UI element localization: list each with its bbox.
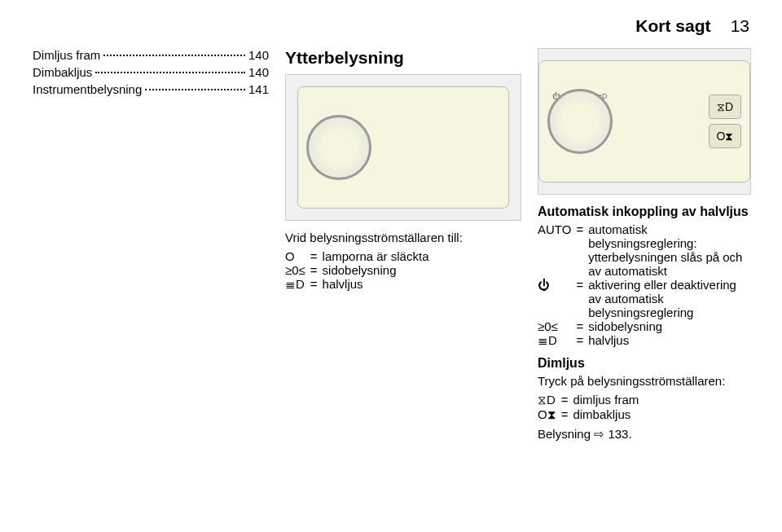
toc-page: 141 [248,82,269,96]
def-row: ≥0≤ = sidobelysning [538,319,751,333]
ref-page: 133. [608,427,631,441]
def-row: O = lamporna är släckta [285,249,428,263]
def-row: ≥0≤ = sidobelysning [285,263,428,277]
heading-auto-halvljus: Automatisk inkoppling av halvljus [538,204,751,219]
toc-dots [95,72,245,73]
def-symbol: ≥0≤ [538,319,576,333]
fog-front-button-icon: ⧖D [709,95,741,119]
equals-sign: = [576,222,588,278]
def-row: ⏻ = aktivering eller deaktivering av aut… [538,278,751,319]
def-symbol: ≥0≤ [285,263,310,277]
def-symbol: AUTO [538,222,576,278]
toc-dots [145,89,245,90]
toc-page: 140 [248,65,269,79]
equals-sign: = [576,333,588,348]
toc-label: Instrumentbelysning [33,82,142,96]
def-row: AUTO = automatisk belysningsreglering: y… [538,222,751,278]
equals-sign: = [561,393,573,407]
equals-sign: = [576,278,588,319]
def-symbol: O [285,249,310,263]
heading-dimljus: Dimljus [538,356,751,371]
illustration-light-switch-basic: O ≥0≤ ≣D [285,74,521,221]
equals-sign: = [310,277,323,292]
definition-list-dim: ⧖D = dimljus fram O⧗ = dimbakljus [538,393,639,422]
def-symbol: O⧗ [538,407,561,422]
equals-sign: = [310,249,323,263]
def-symbol: ⏻ [538,278,576,319]
definition-list: O = lamporna är släckta ≥0≤ = sidobelysn… [285,249,428,292]
page-number: 13 [731,16,749,35]
definition-list-auto: AUTO = automatisk belysningsreglering: y… [538,222,751,348]
section-title: Kort sagt [635,16,710,35]
column-auto-dimljus: ⏻ AUTO ≥0≤ ≣D ⧖D O⧗ Automatisk inkopplin… [538,48,751,442]
def-row: O⧗ = dimbakljus [538,407,639,422]
def-text: halvljus [588,333,751,348]
def-text: halvljus [323,277,429,292]
def-text: sidobelysning [323,263,429,277]
ref-label: Belysning [538,427,591,441]
def-row: ≣D = halvljus [538,333,751,348]
def-row: ≣D = halvljus [285,277,428,292]
illustration-light-switch-auto: ⏻ AUTO ≥0≤ ≣D ⧖D O⧗ [538,48,751,195]
def-text: lamporna är släckta [323,249,429,263]
equals-sign: = [561,407,573,422]
def-symbol: ⧖D [538,393,561,407]
def-row: ⧖D = dimljus fram [538,393,639,407]
equals-sign: = [310,263,323,277]
dial-icon [547,89,613,154]
dial-icon [306,115,371,180]
page-header: Kort sagt 13 [33,16,749,36]
cross-reference: Belysning ⇨ 133. [538,427,751,442]
fog-rear-button-icon: O⧗ [709,124,741,148]
column-ytterbelysning: Ytterbelysning O ≥0≤ ≣D Vrid belysningss… [285,48,521,442]
equals-sign: = [576,319,588,333]
arrow-icon: ⇨ [594,427,604,441]
def-symbol: ≣D [538,333,576,348]
toc-item: Instrumentbelysning 141 [33,82,269,96]
toc-dots [103,55,245,56]
toc-item: Dimljus fram 140 [33,48,269,62]
toc-page: 140 [248,48,269,62]
toc-label: Dimbakljus [33,65,92,79]
heading-ytterbelysning: Ytterbelysning [285,48,521,68]
def-symbol: ≣D [285,277,310,292]
def-text: automatisk belysningsreglering: ytterbel… [588,222,751,278]
toc-item: Dimbakljus 140 [33,65,269,79]
def-text: dimljus fram [573,393,639,407]
def-text: sidobelysning [588,319,751,333]
column-toc: Dimljus fram 140 Dimbakljus 140 Instrume… [33,48,269,442]
dimljus-intro: Tryck på belysningsströmställaren: [538,374,751,388]
def-text: aktivering eller deaktivering av automat… [588,278,751,319]
toc-label: Dimljus fram [33,48,100,62]
def-text: dimbakljus [573,407,639,422]
intro-text: Vrid belysningsströmställaren till: [285,231,521,244]
